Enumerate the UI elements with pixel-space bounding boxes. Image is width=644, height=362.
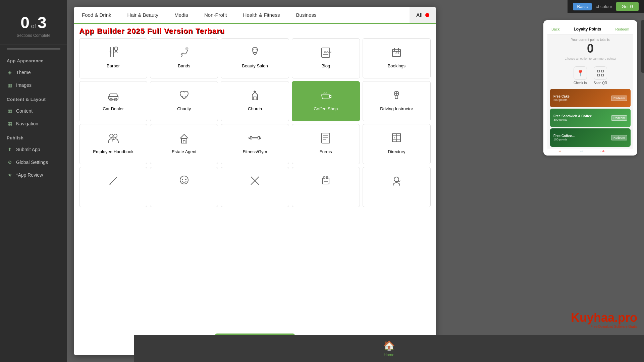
cake-redeem[interactable]: Redeem — [611, 96, 627, 101]
template-forms[interactable]: Forms — [292, 124, 360, 164]
sidebar-item-navigation[interactable]: ▦ Navigation — [0, 117, 67, 130]
template-bookings[interactable]: 31 Bookings — [363, 38, 431, 78]
svg-rect-52 — [597, 70, 599, 72]
svg-point-43 — [182, 179, 183, 180]
sidebar-label-global: Global Settings — [16, 160, 48, 165]
points-label: Your current points total is — [551, 38, 630, 42]
tab-all[interactable]: All — [410, 7, 436, 23]
home-icon-bottom: 🏠 Home — [383, 340, 395, 357]
kuyhaa-tagline: Free Download Software Gratis — [571, 325, 637, 328]
template-coffee-shop[interactable]: Coffee Shop — [292, 81, 360, 121]
section-app-appearance: App Appearance — [0, 53, 67, 66]
template-blog[interactable]: BLOG Blog — [292, 38, 360, 78]
svg-point-2 — [114, 47, 118, 50]
kuyhaa-brand: Kuyhaa.pro — [571, 311, 637, 325]
review-icon: ★ — [7, 172, 13, 178]
sidebar-item-content[interactable]: ▦ Content — [0, 105, 67, 117]
template-church[interactable]: Church — [221, 81, 289, 121]
get-button[interactable]: Get G — [616, 2, 639, 11]
coffee-shop-label: Coffee Shop — [314, 106, 338, 111]
blog-label: Blog — [321, 63, 330, 68]
template-fitness[interactable]: Fitness/Gym — [221, 124, 289, 164]
global-icon: ⚙ — [7, 159, 13, 165]
svg-point-9 — [256, 49, 257, 50]
template-employee[interactable]: ℹ Employee Handbook — [79, 124, 147, 164]
church-icon — [248, 87, 262, 103]
template-charity[interactable]: Charity — [150, 81, 218, 121]
sidebar-item-global[interactable]: ⚙ Global Settings — [0, 156, 67, 169]
checkin-action[interactable]: 📍 Check In — [574, 66, 587, 85]
employee-label: Employee Handbook — [93, 149, 133, 154]
nav-order[interactable]: 🛒 Order — [578, 150, 585, 152]
svg-point-25 — [110, 134, 113, 137]
template-bands[interactable]: Bands — [150, 38, 218, 78]
template-car-dealer[interactable]: Car Dealer — [79, 81, 147, 121]
reward-coffee: Free Coffee... 100 points Redeem — [550, 128, 631, 147]
tab-nonprofit[interactable]: Non-Profit — [196, 7, 235, 23]
template-barber[interactable]: Barber — [79, 38, 147, 78]
forms-label: Forms — [320, 149, 332, 154]
phone-header: Back Loyalty Points Redeem — [547, 24, 633, 35]
template-row4d[interactable] — [292, 167, 360, 207]
sidebar-label-submit: Submit App — [16, 147, 40, 152]
svg-line-41 — [110, 177, 117, 184]
row4b-icon — [177, 173, 191, 189]
svg-point-26 — [114, 134, 117, 137]
template-beauty-salon[interactable]: Beauty Salon — [221, 38, 289, 78]
forms-icon — [319, 130, 332, 146]
template-row4a[interactable] — [79, 167, 147, 207]
employee-icon: ℹ — [107, 130, 120, 146]
svg-point-27 — [112, 137, 114, 139]
phone-back[interactable]: Back — [551, 27, 559, 31]
coffee-redeem[interactable]: Redeem — [611, 135, 627, 140]
church-label: Church — [248, 106, 262, 111]
template-driving[interactable]: Driving Instructor — [363, 81, 431, 121]
beauty-salon-icon — [248, 44, 262, 60]
tab-all-label: All — [416, 12, 423, 18]
tab-media[interactable]: Media — [166, 7, 196, 23]
tab-hair-beauty[interactable]: Hair & Beauty — [119, 7, 167, 23]
nav-cart[interactable]: 🛍 Cart — [599, 150, 604, 152]
phone-actions: 📍 Check In Scan QR — [547, 64, 633, 87]
colour-hint: ct colour — [596, 4, 612, 9]
charity-label: Charity — [177, 106, 191, 111]
driving-label: Driving Instructor — [380, 106, 413, 111]
progress-bar — [7, 48, 60, 50]
tab-health-fitness[interactable]: Health & Fitness — [235, 7, 288, 23]
phone-bottom-nav: 🏠 Home 🛒 Order 🛍 Cart ••• ... — [547, 148, 633, 152]
sandwich-redeem[interactable]: Redeem — [611, 115, 627, 121]
sidebar-label-theme: Theme — [16, 70, 31, 75]
svg-rect-53 — [601, 70, 603, 72]
tab-business[interactable]: Business — [288, 7, 325, 23]
home-label: Home — [384, 353, 394, 357]
template-directory[interactable]: Directory — [363, 124, 431, 164]
template-estate[interactable]: Estate Agent — [150, 124, 218, 164]
coffee-label: Free Coffee... — [553, 134, 575, 138]
template-row4b[interactable] — [150, 167, 218, 207]
car-dealer-label: Car Dealer — [103, 106, 124, 111]
row4d-icon — [319, 173, 332, 189]
sidebar-item-theme[interactable]: ◈ Theme — [0, 66, 67, 79]
tab-food-drink[interactable]: Food & Drink — [74, 7, 119, 23]
bookings-icon: 31 — [390, 44, 403, 60]
row4c-icon — [248, 173, 262, 189]
sidebar-item-images[interactable]: ▦ Images — [0, 79, 67, 92]
beauty-salon-label: Beauty Salon — [242, 63, 268, 68]
sidebar-item-review[interactable]: ★ *App Review — [0, 169, 67, 181]
template-row4c[interactable] — [221, 167, 289, 207]
svg-point-8 — [253, 49, 254, 50]
scan-action[interactable]: Scan QR — [594, 66, 607, 85]
content-icon: ▦ — [7, 108, 13, 114]
svg-point-7 — [252, 47, 258, 53]
phone-redeem[interactable]: Redeem — [615, 27, 629, 31]
svg-point-44 — [185, 179, 186, 180]
svg-rect-34 — [249, 137, 250, 138]
images-icon: ▦ — [7, 82, 13, 88]
sidebar-item-submit[interactable]: ⬆ Submit App — [0, 143, 67, 156]
template-row4e[interactable] — [363, 167, 431, 207]
nav-home[interactable]: 🏠 Home — [556, 150, 564, 152]
directory-label: Directory — [388, 149, 405, 154]
scan-icon — [594, 66, 607, 80]
svg-point-40 — [394, 137, 395, 138]
nav-more[interactable]: ••• ... — [618, 150, 625, 152]
